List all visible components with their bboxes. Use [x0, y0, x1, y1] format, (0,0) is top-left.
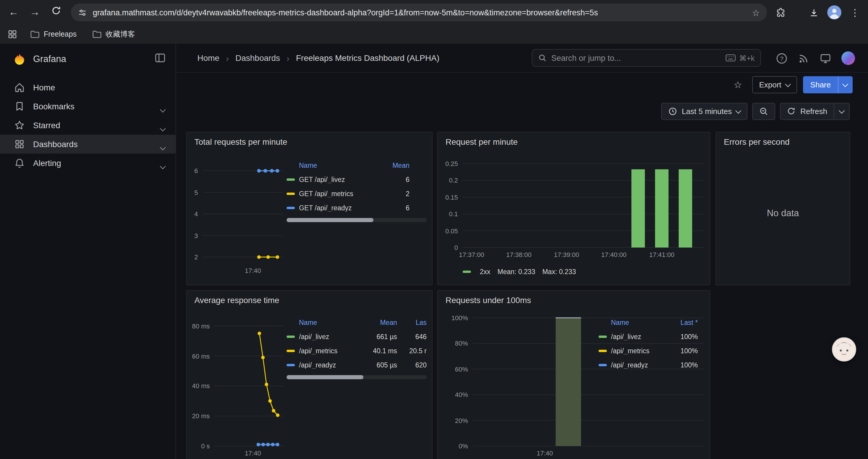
time-range-picker[interactable]: Last 5 minutes — [661, 102, 748, 120]
legend-col-name[interactable]: Name — [286, 162, 383, 169]
series-name[interactable]: GET /api/_readyz — [299, 204, 383, 211]
scrollbar-thumb[interactable] — [286, 218, 373, 222]
series-name[interactable]: /api/_metrics — [611, 347, 670, 355]
x-axis-tick: 17:40 — [229, 267, 277, 274]
series-name[interactable]: /api/_readyz — [299, 362, 364, 369]
sidebar-item-label: Dashboards — [33, 139, 78, 149]
sidebar-item-home[interactable]: Home — [0, 78, 176, 97]
back-button[interactable]: ← — [5, 4, 23, 21]
profile-avatar[interactable] — [827, 5, 841, 20]
y-axis-tick: 80% — [438, 340, 468, 347]
chevron-down-icon[interactable] — [161, 123, 165, 132]
sidebar-header: Grafana — [0, 44, 176, 74]
breadcrumb-home[interactable]: Home — [197, 53, 219, 63]
sidebar-item-bookmarks[interactable]: Bookmarks — [0, 97, 176, 116]
home-icon — [14, 82, 25, 93]
sidebar-item-alerting[interactable]: Alerting — [0, 154, 176, 172]
back-icon: ← — [8, 6, 19, 18]
bookmark-star-icon[interactable]: ☆ — [752, 8, 760, 17]
series-name[interactable]: /api/_livez — [299, 333, 364, 340]
kebab-icon: ⋮ — [850, 7, 860, 18]
export-button[interactable]: Export — [752, 76, 797, 93]
help-icon[interactable]: ? — [776, 52, 788, 64]
panel-title[interactable]: Average response time — [194, 295, 279, 305]
zoom-out-icon — [760, 107, 769, 116]
refresh-icon — [787, 107, 796, 115]
forward-button[interactable]: → — [26, 4, 44, 21]
refresh-button[interactable]: Refresh — [780, 102, 834, 120]
dock-sidebar-button[interactable] — [154, 52, 166, 64]
legend-scrollbar[interactable] — [286, 375, 427, 379]
apps-grid-icon[interactable] — [8, 30, 17, 39]
series-color-icon — [598, 364, 607, 366]
legend-col-mean[interactable]: Mean — [383, 162, 409, 169]
series-name[interactable]: /api/_livez — [611, 333, 670, 340]
folder-icon — [30, 30, 39, 38]
sidebar-item-dashboards[interactable]: Dashboards — [0, 135, 176, 154]
legend-col-last[interactable]: Las — [397, 319, 427, 326]
series-name[interactable]: /api/_metrics — [299, 347, 364, 355]
y-axis-tick: 0 — [438, 244, 458, 251]
time-series-chart[interactable] — [215, 319, 283, 446]
search-placeholder: Search or jump to... — [551, 54, 721, 62]
dashboard-actions-row: ☆ Export Share — [176, 73, 868, 96]
series-name[interactable]: /api/_readyz — [611, 362, 670, 369]
series-last: 20.5 r — [397, 347, 427, 355]
scrollbar-thumb[interactable] — [286, 375, 364, 379]
panel-title[interactable]: Errors per second — [724, 137, 790, 146]
refresh-interval-button[interactable] — [834, 102, 850, 120]
legend-table: Name Mean GET /api/_livez 6 GET /api/_me… — [286, 158, 427, 222]
legend-scrollbar[interactable] — [286, 218, 427, 222]
panel-title[interactable]: Requests under 100ms — [445, 295, 531, 305]
monitor-icon[interactable] — [819, 52, 831, 64]
legend-table: Name Mean Las /api/_livez 661 µs 646 /ap… — [286, 316, 427, 379]
rss-icon[interactable] — [798, 52, 809, 64]
panel-title[interactable]: Total requests per minute — [194, 137, 287, 146]
series-mean: 605 µs — [364, 362, 397, 369]
share-menu-button[interactable] — [838, 76, 852, 93]
legend-col-last[interactable]: Last * — [670, 319, 698, 326]
series-name[interactable]: 2xx — [480, 268, 490, 275]
grafana-logo-icon[interactable] — [13, 53, 26, 66]
legend-col-name[interactable]: Name — [598, 319, 670, 326]
extensions-button[interactable] — [772, 5, 789, 20]
favorite-star-button[interactable]: ☆ — [730, 76, 746, 93]
url-bar[interactable]: grafana.mathmast.com/d/deytv4rwavabkb/fr… — [71, 4, 767, 21]
chevron-down-icon — [785, 81, 791, 87]
downloads-button[interactable] — [805, 5, 823, 20]
zoom-out-button[interactable] — [752, 102, 776, 120]
breadcrumb-dashboards[interactable]: Dashboards — [236, 53, 280, 63]
chevron-down-icon[interactable] — [161, 104, 165, 113]
reload-button[interactable] — [47, 4, 65, 21]
bookmark-icon — [14, 101, 25, 112]
bell-icon — [14, 158, 25, 168]
search-input[interactable]: Search or jump to... ⌘+k — [532, 49, 761, 67]
time-series-chart[interactable] — [203, 165, 283, 263]
bookmark-folder-blogs[interactable]: 收藏博客 — [87, 28, 140, 41]
share-button-group: Share — [803, 76, 852, 93]
site-settings-icon[interactable] — [78, 8, 87, 17]
chevron-down-icon[interactable] — [161, 142, 165, 151]
star-icon — [14, 120, 25, 131]
legend-col-mean[interactable]: Mean — [364, 319, 397, 326]
legend-col-name[interactable]: Name — [286, 319, 364, 326]
panel-total-requests-per-minute: Total requests per minute Name Mean GET … — [186, 132, 433, 285]
chevron-down-icon — [842, 81, 848, 87]
legend-row: /api/_livez 661 µs 646 — [286, 330, 427, 344]
bar-chart[interactable] — [463, 161, 704, 248]
chevron-down-icon[interactable] — [161, 161, 165, 170]
bookmark-folder-freeleaps[interactable]: Freeleaps — [25, 28, 81, 40]
user-avatar[interactable] — [841, 52, 855, 65]
refresh-button-group: Refresh — [780, 102, 850, 120]
series-name[interactable]: GET /api/_livez — [299, 176, 383, 183]
panel-title[interactable]: Request per minute — [445, 137, 518, 146]
assistant-avatar[interactable] — [832, 337, 856, 362]
download-icon — [809, 7, 819, 18]
series-last: 620 — [397, 362, 427, 369]
legend-row: GET /api/_livez 6 — [286, 172, 427, 187]
sidebar-item-starred[interactable]: Starred — [0, 116, 176, 135]
share-button[interactable]: Share — [803, 76, 838, 93]
browser-menu-button[interactable]: ⋮ — [846, 5, 864, 20]
folder-icon — [92, 30, 101, 38]
series-name[interactable]: GET /api/_metrics — [299, 190, 383, 197]
